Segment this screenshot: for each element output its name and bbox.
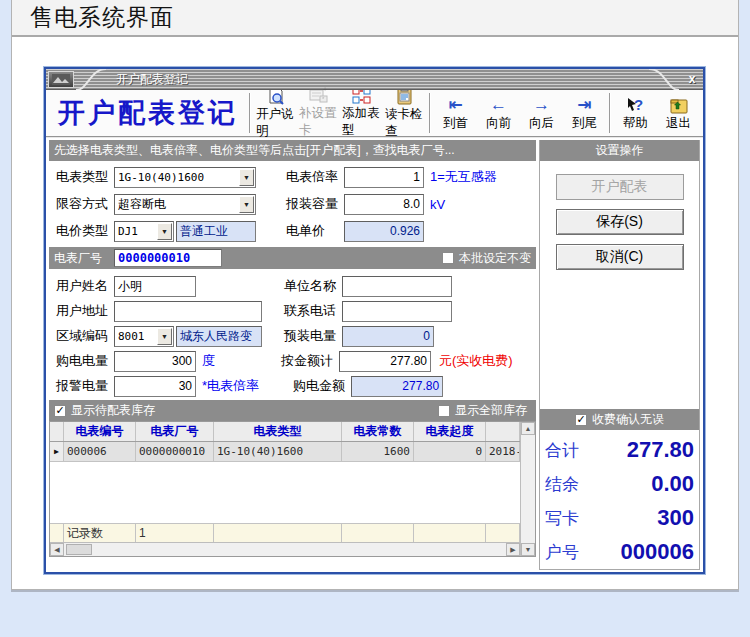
exit-button[interactable]: 退出 <box>657 91 700 135</box>
settings-panel-title: 设置操作 <box>596 142 644 159</box>
save-button[interactable]: 保存(S) <box>556 209 684 235</box>
dialog-body: 先选择电表类型、电表倍率、电价类型等后点击[开户配表]，查找电表厂号... 电表… <box>46 138 703 572</box>
user-addr-input[interactable] <box>114 301 262 322</box>
purchase-qty-input[interactable]: 300 <box>114 351 196 372</box>
footer-empty-cell <box>214 524 342 542</box>
cell-start-reading: 0 <box>414 442 486 461</box>
by-amount-input[interactable]: 277.80 <box>339 351 431 372</box>
chevron-down-icon[interactable] <box>239 196 254 213</box>
table-footer-row: 记录数 1 <box>50 523 520 542</box>
preinstalled-field: 0 <box>342 326 434 347</box>
user-name-input[interactable]: 小明 <box>114 276 196 297</box>
col-header-start-reading[interactable]: 电表起度 <box>414 422 486 441</box>
supplementary-card-button: *+ 补设置卡 <box>297 91 340 135</box>
alarm-qty-input[interactable]: 30 <box>114 376 196 397</box>
area-code-dropdown[interactable]: 8001 <box>114 326 174 347</box>
first-record-icon: ⇤ <box>448 95 462 114</box>
scroll-up-icon[interactable]: ▲ <box>521 422 535 435</box>
cancel-button-label: 取消(C) <box>596 248 643 266</box>
area-code-value: 8001 <box>118 330 145 343</box>
unit-name-input[interactable] <box>342 276 452 297</box>
go-last-button[interactable]: ⇥ 到尾 <box>563 91 606 135</box>
go-previous-button[interactable]: ← 向前 <box>477 91 520 135</box>
toolbar-button-label: 帮助 <box>623 115 648 132</box>
panel-spacer <box>540 270 699 409</box>
scroll-left-icon[interactable]: ◀ <box>50 543 64 556</box>
go-next-button[interactable]: → 向后 <box>520 91 563 135</box>
horizontal-scrollbar[interactable]: ◀ ▶ <box>50 542 520 556</box>
phone-input[interactable] <box>342 301 452 322</box>
instruction-bar: 先选择电表类型、电表倍率、电价类型等后点击[开户配表]，查找电表厂号... <box>49 140 536 161</box>
settings-panel-body: 开户配表 保存(S) 取消(C) 收费确认无误 合 <box>540 161 699 569</box>
left-panel: 先选择电表类型、电表倍率、电价类型等后点击[开户配表]，查找电表厂号... 电表… <box>49 140 536 570</box>
open-instructions-button[interactable]: 开户说明 <box>254 91 297 135</box>
account-no-label: 户号 <box>545 541 579 564</box>
form-row: 电表类型 1G-10(40)1600 电表倍率 1 1=无互感器 <box>56 166 536 188</box>
meter-stock-table: 电表编号 电表厂号 电表类型 电表常数 电表起度 000006 00000000… <box>49 421 536 557</box>
chevron-down-icon[interactable] <box>157 223 172 240</box>
chevron-down-icon[interactable] <box>157 328 172 345</box>
user-name-label: 用户姓名 <box>56 277 114 295</box>
dialog-titlebar[interactable]: 开户配表登记 x <box>46 69 703 90</box>
area-code-label: 区域编码 <box>56 327 114 345</box>
horizontal-scroll-thumb[interactable] <box>66 544 92 555</box>
batch-lock-checkbox[interactable] <box>442 252 454 264</box>
ratio-hint: 1=无互感器 <box>430 168 497 186</box>
go-first-button[interactable]: ⇤ 到首 <box>434 91 477 135</box>
preinstalled-value: 0 <box>423 329 430 343</box>
col-header-meter-type[interactable]: 电表类型 <box>214 422 342 441</box>
factory-no-bar: 电表厂号 0000000010 本批设定不变 <box>49 247 536 269</box>
unit-name-label: 单位名称 <box>284 277 342 295</box>
next-record-icon: → <box>533 95 550 114</box>
ratio-input[interactable]: 1 <box>344 167 424 188</box>
vertical-scrollbar[interactable]: ▲ ▼ <box>520 422 535 556</box>
read-card-check-button[interactable]: 读卡检查 <box>383 91 426 135</box>
exit-icon <box>670 95 688 114</box>
form-row: 限容方式 超容断电 报装容量 8.0 kV <box>56 193 536 215</box>
col-header-constant[interactable]: 电表常数 <box>342 422 414 441</box>
fee-confirm-label: 收费确认无误 <box>592 411 664 428</box>
price-type-dropdown[interactable]: DJ1 <box>114 221 174 242</box>
meter-type-value: 1G-10(40)1600 <box>118 171 204 184</box>
col-header-meter-no[interactable]: 电表编号 <box>64 422 136 441</box>
help-button[interactable]: ? 帮助 <box>614 91 657 135</box>
show-pending-stock-checkbox[interactable] <box>54 405 66 417</box>
settings-panel-header: 设置操作 <box>540 140 699 161</box>
header-marker-cell <box>50 422 64 441</box>
purchase-qty-hint: 度 <box>202 352 215 370</box>
price-type-value: DJ1 <box>118 225 138 238</box>
total-row: 写卡 300 <box>545 501 694 535</box>
form-row: 电价类型 DJ1 普通工业 电单价 0.926 <box>56 220 536 242</box>
assign-meter-button: 开户配表 <box>556 174 684 200</box>
close-icon[interactable]: x <box>681 72 703 86</box>
scroll-right-icon[interactable]: ▶ <box>506 543 520 556</box>
area-code-desc-text: 城东人民路变 <box>180 328 252 345</box>
toolbar-button-label: 向前 <box>486 115 511 132</box>
limit-mode-dropdown[interactable]: 超容断电 <box>114 194 256 215</box>
scroll-down-icon[interactable]: ▼ <box>521 543 535 556</box>
cell-date: 2018- <box>486 442 520 461</box>
fee-confirm-checkbox[interactable] <box>575 414 587 426</box>
footer-empty-cell <box>414 524 486 542</box>
show-all-stock-checkbox[interactable] <box>438 405 450 417</box>
balance-value: 0.00 <box>651 471 694 497</box>
factory-no-input[interactable]: 0000000010 <box>114 249 222 267</box>
table-row[interactable]: 000006 0000000010 1G-10(40)1600 1600 0 2… <box>50 442 520 462</box>
dialog-heading: 开户配表登记 <box>50 95 246 131</box>
chevron-down-icon[interactable] <box>239 169 254 186</box>
toolbar-button-label: 读卡检查 <box>385 106 424 140</box>
meter-config-form: 电表类型 1G-10(40)1600 电表倍率 1 1=无互感器 限容方式 <box>49 161 536 247</box>
capacity-label: 报装容量 <box>286 195 344 213</box>
row-marker-icon <box>50 442 64 461</box>
toolbar-button-label: 向后 <box>529 115 554 132</box>
add-meter-type-button[interactable]: 添加表型 <box>340 91 383 135</box>
capacity-input[interactable]: 8.0 <box>344 194 424 215</box>
col-header-factory-no[interactable]: 电表厂号 <box>136 422 214 441</box>
fee-confirm-bar: 收费确认无误 <box>540 409 699 430</box>
assign-meter-label: 开户配表 <box>592 178 648 196</box>
previous-record-icon: ← <box>490 95 507 114</box>
cancel-button[interactable]: 取消(C) <box>556 244 684 270</box>
col-header-extra[interactable] <box>486 422 520 441</box>
capacity-value: 8.0 <box>403 197 420 211</box>
meter-type-dropdown[interactable]: 1G-10(40)1600 <box>114 167 256 188</box>
